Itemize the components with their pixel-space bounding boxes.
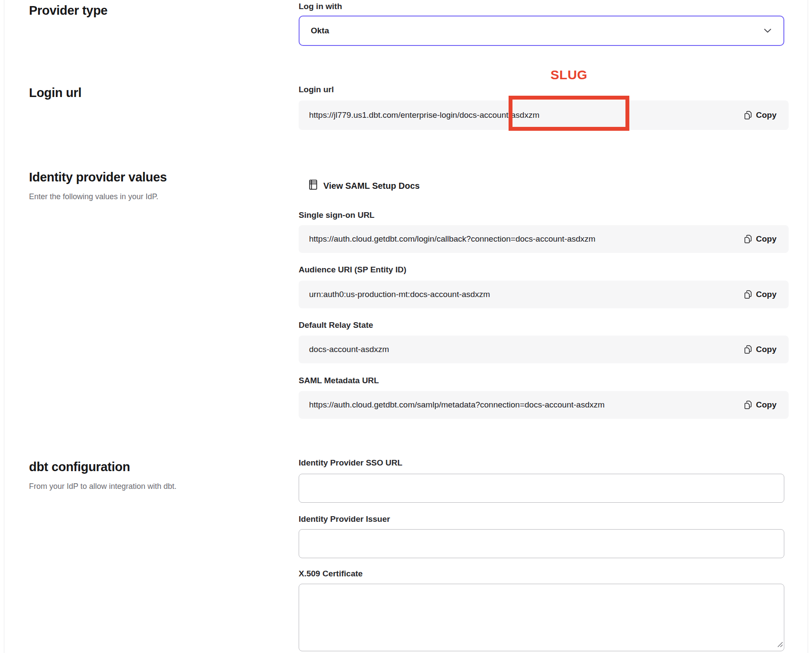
audience-uri-row: urn:auth0:us-production-mt:docs-account-…: [299, 281, 789, 308]
docs-icon: [308, 179, 318, 193]
single-sign-on-url-label: Single sign-on URL: [299, 210, 374, 220]
saml-metadata-url-value: https://auth.cloud.getdbt.com/samlp/meta…: [309, 400, 605, 410]
log-in-with-label: Log in with: [299, 2, 342, 11]
copy-login-url-button[interactable]: Copy: [744, 110, 777, 120]
default-relay-state-label: Default Relay State: [299, 320, 373, 330]
view-saml-setup-docs-link[interactable]: View SAML Setup Docs: [308, 179, 420, 193]
identity-provider-values-heading: Identity provider values: [29, 170, 167, 184]
dbt-configuration-heading: dbt configuration: [29, 460, 130, 474]
copy-button-label: Copy: [756, 234, 777, 244]
copy-button-label: Copy: [756, 345, 777, 354]
identity-provider-values-subheading: Enter the following values in your IdP.: [29, 192, 158, 201]
identity-provider-sso-url-label: Identity Provider SSO URL: [299, 458, 403, 468]
login-with-select[interactable]: Okta: [299, 16, 784, 46]
sso-configuration-page: Provider type Log in with Okta Login url…: [0, 0, 812, 653]
copy-icon: [744, 234, 752, 244]
identity-provider-sso-url-input[interactable]: [299, 474, 784, 503]
copy-button-label: Copy: [756, 290, 777, 299]
copy-icon: [744, 290, 752, 299]
provider-type-heading: Provider type: [29, 3, 107, 18]
single-sign-on-url-row: https://auth.cloud.getdbt.com/login/call…: [299, 225, 789, 253]
copy-single-sign-on-url-button[interactable]: Copy: [744, 234, 777, 244]
login-url-value: https://jl779.us1.dbt.com/enterprise-log…: [309, 110, 539, 120]
dbt-configuration-subheading: From your IdP to allow integration with …: [29, 482, 177, 491]
login-url-heading: Login url: [29, 86, 81, 100]
copy-audience-uri-button[interactable]: Copy: [744, 290, 777, 299]
docs-link-label: View SAML Setup Docs: [323, 181, 420, 191]
default-relay-state-row: docs-account-asdxzm Copy: [299, 336, 789, 363]
x509-certificate-textarea[interactable]: [299, 584, 784, 651]
content-right-border: [808, 0, 808, 653]
copy-default-relay-state-button[interactable]: Copy: [744, 345, 777, 354]
login-url-row: https://jl779.us1.dbt.com/enterprise-log…: [299, 100, 789, 130]
login-url-field-label: Login url: [299, 85, 334, 94]
audience-uri-value: urn:auth0:us-production-mt:docs-account-…: [309, 290, 490, 299]
single-sign-on-url-value: https://auth.cloud.getdbt.com/login/call…: [309, 234, 596, 244]
saml-metadata-url-label: SAML Metadata URL: [299, 376, 379, 385]
audience-uri-label: Audience URI (SP Entity ID): [299, 265, 406, 275]
login-url-slug: docs-account-asdxzm: [459, 110, 539, 120]
copy-saml-metadata-url-button[interactable]: Copy: [744, 400, 777, 410]
content-left-border: [4, 0, 4, 653]
saml-metadata-url-row: https://auth.cloud.getdbt.com/samlp/meta…: [299, 391, 789, 419]
login-with-selected-value: Okta: [311, 26, 329, 36]
chevron-down-icon: [764, 29, 771, 33]
identity-provider-issuer-input[interactable]: [299, 529, 784, 558]
login-url-prefix: https://jl779.us1.dbt.com/enterprise-log…: [309, 110, 459, 120]
copy-button-label: Copy: [756, 400, 777, 410]
copy-icon: [744, 400, 752, 410]
slug-annotation: SLUG: [509, 68, 629, 82]
copy-button-label: Copy: [756, 110, 777, 120]
identity-provider-issuer-label: Identity Provider Issuer: [299, 514, 390, 524]
default-relay-state-value: docs-account-asdxzm: [309, 345, 389, 354]
copy-icon: [744, 345, 752, 354]
copy-icon: [744, 110, 752, 120]
x509-certificate-label: X.509 Certificate: [299, 569, 363, 579]
